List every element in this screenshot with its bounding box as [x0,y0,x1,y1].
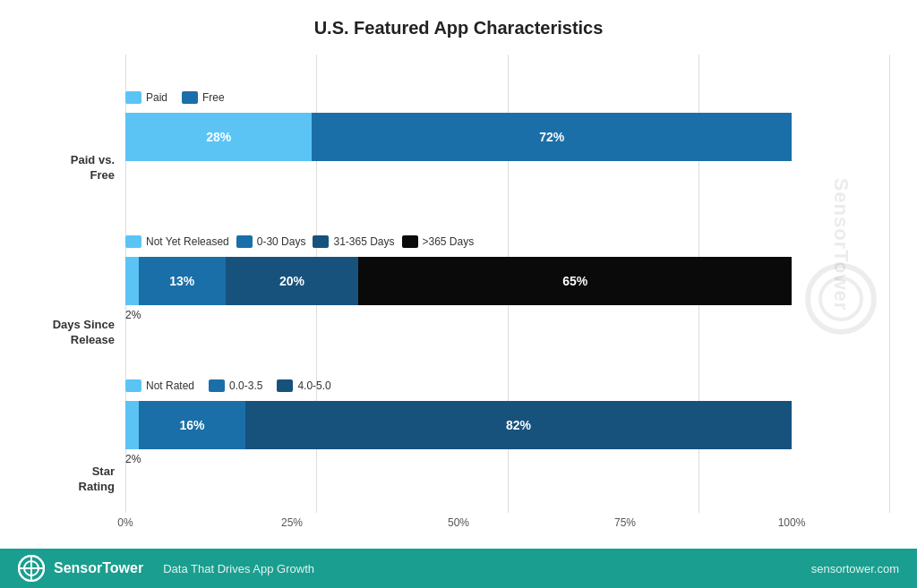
legend-star-rating: Not Rated 0.0-3.5 4.0-5.0 [125,379,890,392]
bar-track-days: 13% 20% 65% [125,257,792,305]
bar-segment-0-30: 13% [139,257,226,305]
bar-group-star-rating: Not Rated 0.0-3.5 4.0-5.0 [125,379,890,449]
bar-segment-365plus: 65% [358,257,792,305]
legend-label-4-5: 4.0-5.0 [297,379,330,392]
legend-paid-free: Paid Free [125,91,890,104]
bar-segment-not-yet [125,257,139,305]
x-tick-50: 50% [448,516,469,529]
outside-label-star: 2% [125,453,141,465]
chart-area: Paid vs.Free Days SinceRelease StarRatin… [27,55,890,540]
x-tick-25: 25% [281,516,303,529]
bar-wrapper-days: 13% 20% 65% 2% [125,257,890,305]
footer-left: SensorTower Data That Drives App Growth [18,555,314,582]
legend-label-31-365: 31-365 Days [333,235,394,248]
legend-item-0-30: 0-30 Days [236,235,306,248]
chart-right: SensorTower [125,55,890,540]
bar-segment-paid: 28% [125,113,312,161]
legend-swatch-0-30 [236,235,253,248]
bar-group-days-release: Not Yet Released 0-30 Days 31-365 Days [125,235,890,305]
legend-swatch-365plus [402,235,418,248]
legend-label-0-30: 0-30 Days [257,235,306,248]
legend-label-not-yet: Not Yet Released [146,235,229,248]
bar-segment-high-rating: 82% [245,401,792,449]
bar-segment-31-365: 20% [226,257,359,305]
legend-item-not-rated: Not Rated [125,379,194,392]
bars-container: Paid Free 28% 72% [125,55,890,513]
x-tick-75: 75% [614,516,636,529]
main-content: U.S. Featured App Characteristics Paid v… [0,0,917,549]
legend-label-not-rated: Not Rated [146,379,194,392]
legend-label-365plus: >365 Days [423,235,475,248]
footer: SensorTower Data That Drives App Growth … [0,549,917,588]
legend-label-free: Free [202,91,225,104]
footer-tagline: Data That Drives App Growth [163,562,314,575]
bar-track-star: 16% 82% [125,401,792,449]
bar-track-paid-free: 28% 72% [125,113,792,161]
legend-label-paid: Paid [146,91,167,104]
legend-item-31-365: 31-365 Days [313,235,394,248]
bar-segment-low-rating: 16% [139,401,245,449]
x-axis: 0% 25% 50% 75% 100% [125,513,792,540]
legend-swatch-paid [125,91,141,104]
legend-label-0-3-5: 0.0-3.5 [229,379,262,392]
legend-item-0-3-5: 0.0-3.5 [209,379,262,392]
footer-brand: SensorTower [54,560,143,576]
outside-label-days: 2% [125,309,141,321]
legend-swatch-free [182,91,198,104]
bar-segment-not-rated [125,401,139,449]
y-label-days-since-release: Days SinceRelease [27,318,125,348]
bar-segment-free: 72% [312,113,792,161]
bar-group-paid-free: Paid Free 28% 72% [125,91,890,161]
legend-swatch-not-rated [125,379,141,392]
legend-swatch-31-365 [313,235,329,248]
legend-days-release: Not Yet Released 0-30 Days 31-365 Days [125,235,890,248]
legend-item-365plus: >365 Days [402,235,475,248]
y-axis-labels: Paid vs.Free Days SinceRelease StarRatin… [27,55,125,540]
footer-logo-icon [18,555,45,582]
legend-swatch-not-yet [125,235,141,248]
legend-item-not-yet: Not Yet Released [125,235,229,248]
legend-item-free: Free [182,91,225,104]
legend-swatch-4-5 [277,379,293,392]
bar-wrapper-star: 16% 82% 2% [125,401,890,449]
y-label-paid-free: Paid vs.Free [27,153,125,183]
x-tick-100: 100% [778,516,806,529]
footer-url: sensortower.com [811,562,899,575]
x-tick-0: 0% [117,516,133,529]
legend-item-4-5: 4.0-5.0 [277,379,330,392]
legend-item-paid: Paid [125,91,167,104]
y-label-star-rating: StarRating [27,464,125,495]
chart-title: U.S. Featured App Characteristics [27,18,890,38]
legend-swatch-0-3-5 [209,379,225,392]
